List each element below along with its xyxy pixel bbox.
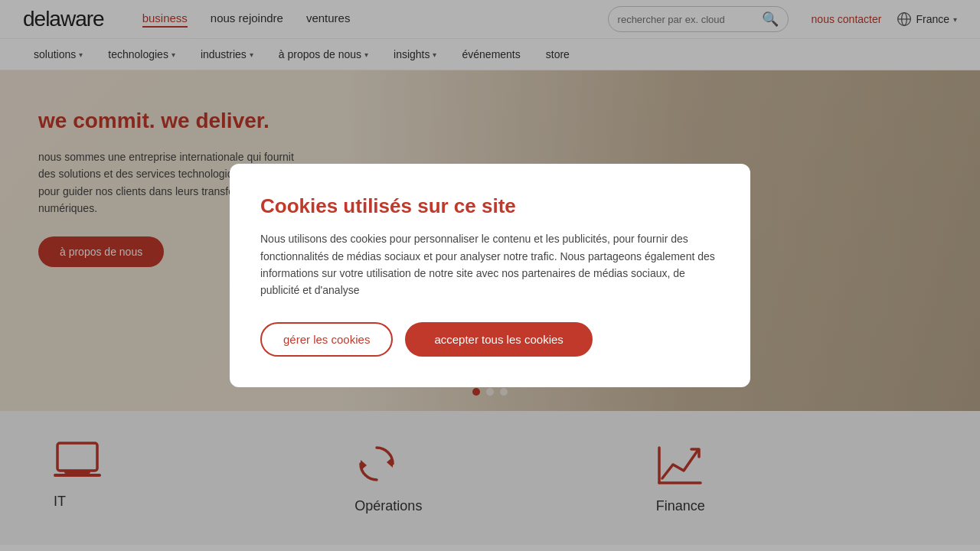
manage-cookies-button[interactable]: gérer les cookies (260, 322, 393, 357)
cookie-title: Cookies utilisés sur ce site (260, 194, 720, 218)
accept-cookies-button[interactable]: accepter tous les cookies (405, 322, 592, 357)
cookie-text: Nous utilisons des cookies pour personna… (260, 230, 720, 299)
cookie-overlay: Cookies utilisés sur ce site Nous utilis… (0, 0, 980, 551)
cookie-buttons: gérer les cookies accepter tous les cook… (260, 322, 720, 357)
cookie-modal: Cookies utilisés sur ce site Nous utilis… (230, 164, 750, 387)
